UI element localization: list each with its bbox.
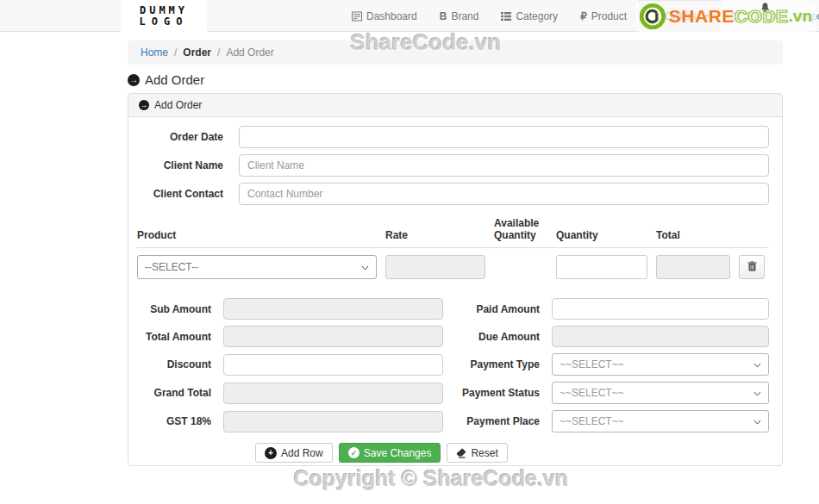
breadcrumb-add-order: Add Order [226,47,273,59]
reset-button[interactable]: Reset [447,443,507,463]
add-order-panel: → Add Order Order Date Client Name Clien… [128,93,783,466]
form-actions: + Add Row ✓ Save Changes Reset [255,443,769,463]
order-date-label: Order Date [137,126,239,148]
col-header-quantity: Quantity [556,229,647,241]
due-amount-label: Due Amount [453,331,540,343]
reset-label: Reset [471,447,497,459]
dashboard-icon [352,11,362,22]
nav-item-category[interactable]: Category [490,0,569,32]
col-header-total: Total [656,229,730,241]
select-caret-icon [753,358,761,370]
check-circle-icon: ✓ [348,447,359,458]
breadcrumb-separator: / [217,47,220,59]
due-amount-input [552,326,769,347]
add-row-button[interactable]: + Add Row [255,443,333,463]
payment-status-select[interactable]: ~~SELECT~~ [552,382,769,404]
select-caret-icon [753,415,761,427]
col-header-rate: Rate [385,229,485,241]
nav-item-brand[interactable]: B Brand [428,0,491,32]
quantity-input[interactable] [556,255,647,279]
payment-type-label: Payment Type [453,358,540,370]
nav-label: Dashboard [366,10,417,22]
page-title-text: Add Order [145,72,204,87]
client-name-input[interactable] [239,154,769,177]
ruble-icon: ₽ [580,10,587,22]
col-header-product: Product [137,229,377,241]
payment-type-select[interactable]: ~~SELECT~~ [552,353,769,376]
product-select[interactable]: --SELECT-- [137,255,377,279]
sharecode-logo-vn: .vn [789,7,812,26]
payment-status-value: ~~SELECT~~ [560,387,624,399]
select-caret-icon [753,387,761,399]
nav-label: Product [591,10,627,22]
logo-line1: DUMMY [140,4,188,16]
rate-input [385,255,485,279]
summary-section: Sub Amount Paid Amount Total Amount Due … [137,298,769,432]
nav-label: Category [516,10,558,22]
client-name-label: Client Name [137,154,239,177]
col-header-available-quantity: Available Quantity [494,217,547,241]
total-amount-label: Total Amount [137,331,211,343]
payment-status-label: Payment Status [453,387,540,399]
bell-icon[interactable] [760,2,770,16]
breadcrumb-order[interactable]: Order [183,47,211,59]
panel-heading: → Add Order [128,94,782,117]
paid-amount-input[interactable] [552,298,769,320]
grand-total-input [223,383,443,404]
app-logo[interactable]: DUMMY LOGO [121,0,207,32]
client-contact-input[interactable] [239,183,769,205]
arrow-circle-icon: → [128,74,140,86]
panel-body: Order Date Client Name Client Contact Pr… [128,117,782,475]
nav-item-product[interactable]: ₽ Product [569,0,638,32]
payment-place-value: ~~SELECT~~ [560,415,624,427]
save-changes-label: Save Changes [364,447,432,459]
product-select-value: --SELECT-- [145,261,198,273]
breadcrumb-home[interactable]: Home [141,47,168,59]
sub-amount-input [223,298,443,320]
sharecode-logo: SHARECODE.vn [636,1,816,32]
page-title: → Add Order [128,72,204,87]
sharecode-logo-share: SHARE [669,6,735,27]
discount-label: Discount [137,358,211,370]
delete-row-button[interactable] [739,255,765,279]
bold-b-icon: B [440,10,447,22]
paid-amount-label: Paid Amount [453,303,540,315]
add-row-label: Add Row [281,447,323,459]
logo-line2: LOGO [140,16,189,28]
payment-place-select[interactable]: ~~SELECT~~ [552,410,769,432]
product-row: --SELECT-- [137,255,769,279]
save-changes-button[interactable]: ✓ Save Changes [339,443,441,463]
nav-label: Brand [451,10,478,22]
breadcrumb-separator: / [174,47,177,59]
nav-item-dashboard[interactable]: Dashboard [341,0,428,32]
sharecode-logo-icon [638,2,667,31]
eraser-icon [456,448,466,458]
gst-input [223,411,443,432]
total-amount-input [223,326,443,347]
discount-input[interactable] [223,354,443,376]
trash-icon [747,261,757,274]
order-date-input[interactable] [239,126,769,148]
plus-circle-icon: + [265,447,277,459]
arrow-circle-icon: → [139,100,149,110]
sub-amount-label: Sub Amount [137,303,211,315]
select-caret-icon [361,261,369,273]
th-list-icon [501,11,511,22]
client-contact-label: Client Contact [137,183,239,205]
gst-label: GST 18% [137,415,211,427]
payment-type-value: ~~SELECT~~ [560,358,624,370]
panel-title: Add Order [154,99,202,111]
product-table-header: Product Rate Available Quantity Quantity… [137,217,769,248]
grand-total-label: Grand Total [137,387,211,399]
total-input [656,255,730,279]
breadcrumb: Home / Order / Add Order [128,40,783,65]
payment-place-label: Payment Place [453,415,540,427]
